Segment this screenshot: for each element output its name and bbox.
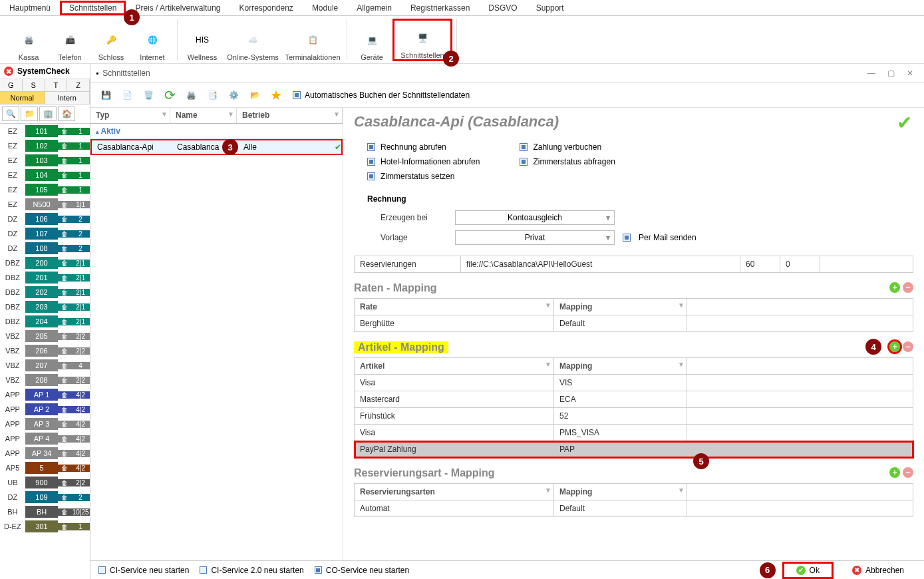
room-row[interactable]: VBZ208🗑2|2 bbox=[0, 373, 90, 387]
menu-hauptmen[interactable]: Hauptmenü bbox=[0, 1, 60, 15]
menu-support[interactable]: Support bbox=[527, 1, 573, 15]
option-hotel-informationen-abrufen[interactable]: Hotel-Informationen abrufen bbox=[367, 156, 480, 168]
co-restart-checkbox[interactable]: CO-Service neu starten bbox=[315, 566, 409, 575]
res-n2[interactable]: 0 bbox=[780, 256, 820, 273]
cancel-button[interactable]: ✖Abbrechen bbox=[840, 564, 916, 577]
table-row[interactable]: VisaPMS_VISA bbox=[355, 425, 913, 441]
tab-Z[interactable]: Z bbox=[67, 79, 90, 91]
col-betrieb[interactable]: Betrieb▼ bbox=[237, 108, 343, 123]
room-row[interactable]: APPAP 2🗑4|2 bbox=[0, 402, 90, 417]
gear-icon[interactable]: ⚙️ bbox=[224, 85, 243, 105]
room-row[interactable]: DZ107🗑2 bbox=[0, 226, 90, 241]
vorlage-select[interactable]: Privat bbox=[455, 230, 615, 245]
menu-dsgvo[interactable]: DSGVO bbox=[479, 1, 526, 15]
ribbon-wellness[interactable]: HISWellness bbox=[182, 19, 223, 61]
room-row[interactable]: DBZ200🗑2|1 bbox=[0, 256, 90, 270]
menu-module[interactable]: Module bbox=[303, 1, 347, 15]
permail-checkbox[interactable] bbox=[623, 234, 631, 242]
close-button[interactable]: ✕ bbox=[907, 69, 913, 78]
menu-schnittstellen[interactable]: Schnittstellen bbox=[60, 1, 126, 15]
star-icon[interactable]: ★ bbox=[266, 85, 286, 105]
table-row[interactable]: Frühstück52 bbox=[355, 408, 913, 425]
tab-T[interactable]: T bbox=[45, 79, 68, 91]
folder-icon[interactable]: 📁 bbox=[21, 106, 38, 121]
refresh-icon[interactable]: ⟳ bbox=[160, 85, 180, 105]
resart-add-button[interactable]: + bbox=[889, 467, 900, 478]
ci-restart-checkbox[interactable]: CI-Service neu starten bbox=[98, 566, 189, 575]
room-row[interactable]: EZ104🗑1 bbox=[0, 168, 90, 182]
room-row[interactable]: DBZ202🗑2|1 bbox=[0, 285, 90, 299]
table-row[interactable]: PayPal ZahlungPAP bbox=[355, 441, 913, 458]
col-name[interactable]: Name▼ bbox=[170, 108, 237, 123]
ribbon-kassa[interactable]: 🖨️Kassa bbox=[8, 19, 49, 61]
table-row[interactable]: AutomatDefault bbox=[355, 500, 913, 517]
ok-button[interactable]: ✔Ok bbox=[782, 562, 834, 579]
copy-icon[interactable]: 📑 bbox=[202, 85, 222, 105]
auto-book-checkbox[interactable]: Automatisches Buchen der Schnittstellend… bbox=[293, 91, 470, 100]
menu-registrierkassen[interactable]: Registrierkassen bbox=[401, 1, 479, 15]
room-row[interactable]: DBZ204🗑2|1 bbox=[0, 314, 90, 329]
ribbon-geräte[interactable]: 💻Geräte bbox=[351, 19, 392, 61]
ribbon-terminalaktionen[interactable]: 📋Terminalaktionen bbox=[283, 19, 343, 61]
room-row[interactable]: DZ109🗑2 bbox=[0, 490, 90, 504]
tab-intern[interactable]: Intern bbox=[45, 92, 90, 104]
erzeugen-select[interactable]: Kontoausgleich bbox=[455, 210, 615, 225]
room-row[interactable]: UB900🗑2|2 bbox=[0, 475, 90, 490]
res-path[interactable]: file://C:\Casablanca\API\HelloGuest bbox=[461, 256, 740, 273]
resart-remove-button[interactable]: − bbox=[903, 467, 913, 478]
search-icon[interactable]: 🔍 bbox=[2, 106, 19, 121]
menu-korrespondenz[interactable]: Korrespondenz bbox=[230, 1, 302, 15]
group-aktiv[interactable]: Aktiv bbox=[90, 124, 343, 139]
option-zahlung-verbuchen[interactable]: Zahlung verbuchen bbox=[520, 141, 615, 153]
res-n1[interactable]: 60 bbox=[740, 256, 780, 273]
ci2-restart-checkbox[interactable]: CI-Service 2.0 neu starten bbox=[200, 566, 303, 575]
table-row[interactable]: VisaVIS bbox=[355, 375, 913, 391]
room-row[interactable]: VBZ206🗑2|2 bbox=[0, 343, 90, 358]
room-row[interactable]: APPAP 1🗑4|2 bbox=[0, 387, 90, 402]
print-icon[interactable]: 🖨️ bbox=[181, 85, 201, 105]
room-row[interactable]: EZ101🗑1 bbox=[0, 124, 90, 138]
room-row[interactable]: EZN500🗑1|1 bbox=[0, 197, 90, 212]
room-row[interactable]: DZ106🗑2 bbox=[0, 212, 90, 226]
ribbon-internet[interactable]: 🌐Internet bbox=[132, 19, 173, 61]
artikel-remove-button[interactable]: − bbox=[903, 341, 913, 352]
room-row[interactable]: BHBH🗑10|25 bbox=[0, 504, 90, 519]
room-row[interactable]: DBZ203🗑2|1 bbox=[0, 299, 90, 314]
room-row[interactable]: EZ103🗑1 bbox=[0, 153, 90, 168]
building-icon[interactable]: 🏢 bbox=[39, 106, 57, 121]
raten-remove-button[interactable]: − bbox=[903, 282, 913, 293]
option-zimmerstatus-abfragen[interactable]: Zimmerstatus abfragen bbox=[520, 156, 615, 168]
room-row[interactable]: VBZ205🗑2|2 bbox=[0, 329, 90, 343]
table-row[interactable]: BerghütteDefault bbox=[355, 315, 913, 332]
option-zimmerstatus-setzen[interactable]: Zimmerstatus setzen bbox=[367, 170, 480, 182]
room-row[interactable]: DBZ201🗑2|1 bbox=[0, 270, 90, 285]
raten-add-button[interactable]: + bbox=[889, 282, 900, 293]
artikel-add-button[interactable]: + bbox=[889, 341, 900, 352]
option-rechnung-abrufen[interactable]: Rechnung abrufen bbox=[367, 141, 480, 153]
table-row[interactable]: MastercardECA bbox=[355, 391, 913, 408]
menu-allgemein[interactable]: Allgemein bbox=[347, 1, 401, 15]
tab-G[interactable]: G bbox=[0, 79, 23, 91]
tab-normal[interactable]: Normal bbox=[0, 92, 45, 104]
tab-S[interactable]: S bbox=[23, 79, 45, 91]
ribbon-online-systems[interactable]: ☁️Online-Systems bbox=[223, 19, 283, 61]
delete-icon[interactable]: 🗑️ bbox=[138, 85, 158, 105]
room-row[interactable]: APPAP 3🗑4|2 bbox=[0, 417, 90, 431]
save-icon[interactable]: 💾 bbox=[96, 85, 116, 105]
room-row[interactable]: VBZ207🗑4 bbox=[0, 358, 90, 373]
room-row[interactable]: EZ102🗑1 bbox=[0, 138, 90, 153]
ribbon-telefon[interactable]: 📠Telefon bbox=[49, 19, 90, 61]
room-row[interactable]: EZ105🗑1 bbox=[0, 182, 90, 197]
open-folder-icon[interactable]: 📂 bbox=[245, 85, 265, 105]
ribbon-schloss[interactable]: 🔑Schloss bbox=[90, 19, 132, 61]
new-icon[interactable]: 📄 bbox=[117, 85, 137, 105]
col-typ[interactable]: Typ▼ bbox=[90, 108, 170, 123]
room-row[interactable]: D-EZ301🗑1 bbox=[0, 519, 90, 534]
maximize-button[interactable]: ▢ bbox=[887, 69, 895, 78]
room-row[interactable]: AP55🗑4|2 bbox=[0, 461, 90, 475]
interface-row-casablanca[interactable]: Casablanca-Api Casablanca Alle ✔ bbox=[90, 139, 343, 155]
menu-preisartikelverwaltung[interactable]: Preis / Artikelverwaltung bbox=[126, 1, 230, 15]
room-row[interactable]: DZ108🗑2 bbox=[0, 241, 90, 256]
room-row[interactable]: APPAP 34🗑4|2 bbox=[0, 446, 90, 461]
home-icon[interactable]: 🏠 bbox=[58, 106, 75, 121]
